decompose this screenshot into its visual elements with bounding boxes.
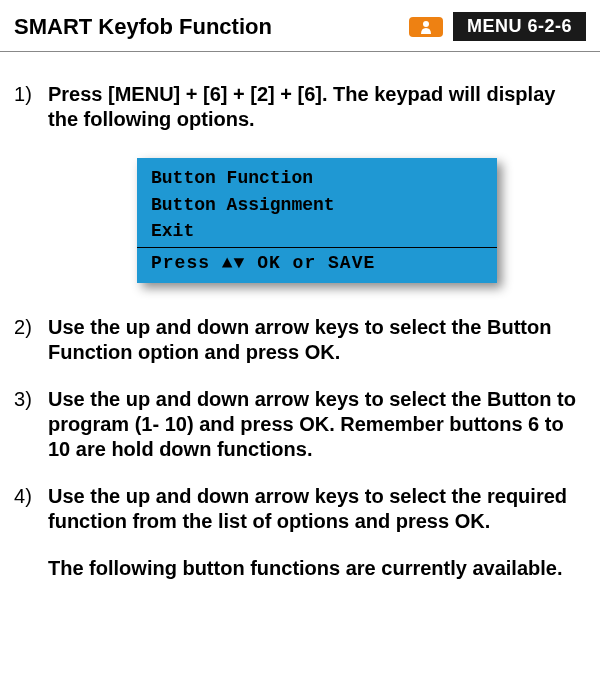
keypad-screen-wrap: Button Function Button Assignment Exit P… <box>48 158 586 283</box>
step-4: Use the up and down arrow keys to select… <box>14 484 586 534</box>
screen-line-1: Button Function <box>137 165 497 192</box>
step-text: Use the up and down arrow keys to select… <box>48 387 586 462</box>
step-3: Use the up and down arrow keys to select… <box>14 387 586 462</box>
content-area: Press [MENU] + [6] + [2] + [6]. The keyp… <box>0 52 600 581</box>
step-text: Use the up and down arrow keys to select… <box>48 315 586 365</box>
screen-line-2: Button Assignment <box>137 192 497 219</box>
screen-divider <box>137 247 497 248</box>
step-1: Press [MENU] + [6] + [2] + [6]. The keyp… <box>14 82 586 293</box>
steps-list: Press [MENU] + [6] + [2] + [6]. The keyp… <box>14 82 586 534</box>
step-2: Use the up and down arrow keys to select… <box>14 315 586 365</box>
step-text: Press [MENU] + [6] + [2] + [6]. The keyp… <box>48 83 555 130</box>
trailing-paragraph: The following button functions are curre… <box>48 556 586 581</box>
person-icon <box>420 20 432 34</box>
menu-code-label: MENU 6-2-6 <box>453 12 586 41</box>
keypad-screen: Button Function Button Assignment Exit P… <box>137 158 497 283</box>
page-title: SMART Keyfob Function <box>14 14 409 40</box>
page-header: SMART Keyfob Function MENU 6-2-6 <box>0 0 600 52</box>
screen-line-3: Exit <box>137 218 497 245</box>
installer-icon <box>409 17 443 37</box>
screen-prompt: Press ▲▼ OK or SAVE <box>137 250 497 277</box>
svg-point-0 <box>423 21 429 27</box>
step-text: Use the up and down arrow keys to select… <box>48 484 586 534</box>
